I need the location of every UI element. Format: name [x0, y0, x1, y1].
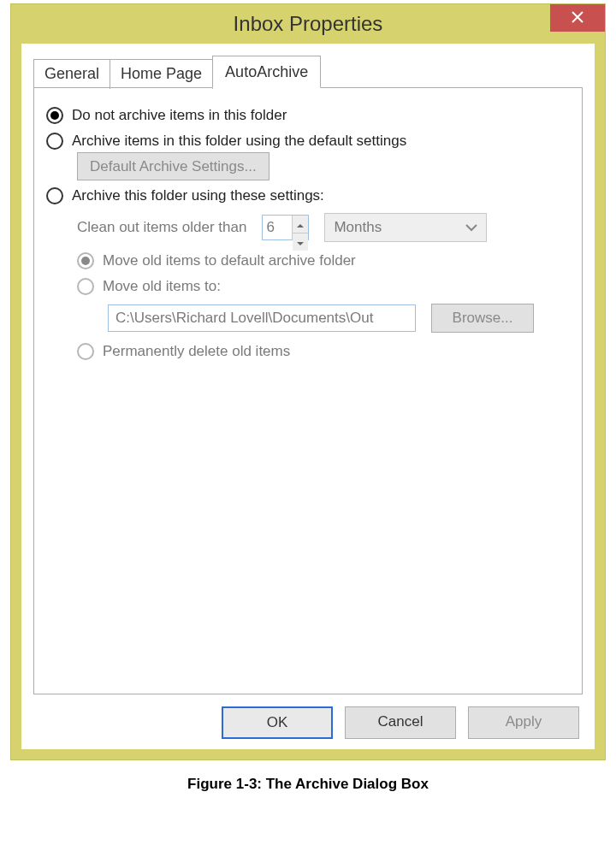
button-label: Apply	[506, 713, 542, 730]
option-label: Do not archive items in this folder	[72, 107, 287, 124]
option-label: Move old items to:	[103, 278, 221, 295]
ok-button[interactable]: OK	[222, 706, 333, 739]
dialog-window: Inbox Properties General Home Page AutoA…	[10, 3, 606, 760]
chevron-down-icon	[297, 233, 304, 251]
clean-out-label: Clean out items older than	[77, 219, 246, 236]
tab-label: Home Page	[121, 65, 202, 82]
option-label: Archive items in this folder using the d…	[72, 133, 406, 150]
chevron-up-icon	[297, 216, 304, 233]
tab-general[interactable]: General	[33, 59, 110, 89]
radio-icon	[77, 343, 94, 360]
dialog-body: General Home Page AutoArchive Do not arc…	[21, 44, 595, 749]
cancel-button[interactable]: Cancel	[345, 706, 456, 739]
select-value: Months	[334, 219, 382, 236]
archive-path-field-wrap	[108, 304, 416, 332]
apply-button[interactable]: Apply	[468, 706, 579, 739]
option-no-archive[interactable]: Do not archive items in this folder	[46, 107, 572, 124]
default-archive-settings-button[interactable]: Default Archive Settings...	[77, 152, 270, 180]
radio-icon	[77, 252, 94, 269]
tab-home-page[interactable]: Home Page	[110, 59, 213, 89]
tab-panel-autoarchive: Do not archive items in this folder Arch…	[33, 87, 583, 694]
chevron-down-icon	[465, 219, 477, 236]
option-permanently-delete[interactable]: Permanently delete old items	[77, 343, 572, 360]
dialog-footer: OK Cancel Apply	[33, 706, 583, 739]
option-custom-settings[interactable]: Archive this folder using these settings…	[46, 187, 572, 204]
button-label: Browse...	[453, 310, 513, 326]
option-label: Move old items to default archive folder	[103, 252, 356, 269]
radio-icon	[77, 278, 94, 295]
age-spinner[interactable]	[262, 215, 309, 240]
button-label: Default Archive Settings...	[90, 158, 257, 174]
age-unit-select[interactable]: Months	[324, 213, 487, 242]
tab-label: AutoArchive	[225, 63, 308, 80]
button-label: OK	[267, 714, 288, 730]
archive-path-row: Browse...	[108, 304, 572, 333]
button-label: Cancel	[378, 713, 424, 730]
close-icon	[571, 9, 584, 28]
option-move-default-folder[interactable]: Move old items to default archive folder	[77, 252, 572, 269]
browse-button[interactable]: Browse...	[431, 304, 534, 333]
option-label: Permanently delete old items	[103, 343, 290, 360]
option-default-settings[interactable]: Archive items in this folder using the d…	[46, 133, 572, 150]
dialog-title: Inbox Properties	[11, 12, 605, 36]
radio-icon	[46, 187, 63, 204]
spinner-down-button[interactable]	[293, 233, 308, 251]
figure-caption: Figure 1-3: The Archive Dialog Box	[0, 776, 616, 793]
spinner-up-button[interactable]	[293, 216, 308, 233]
title-bar: Inbox Properties	[11, 4, 605, 44]
age-value-input[interactable]	[263, 216, 292, 239]
clean-out-row: Clean out items older than Months	[77, 213, 572, 242]
tab-autoarchive[interactable]: AutoArchive	[212, 56, 321, 88]
radio-icon	[46, 107, 63, 124]
tab-label: General	[44, 65, 99, 82]
option-label: Archive this folder using these settings…	[72, 187, 324, 204]
close-button[interactable]	[550, 4, 605, 32]
radio-icon	[46, 133, 63, 150]
archive-path-input[interactable]	[114, 309, 410, 328]
option-move-to-path[interactable]: Move old items to:	[77, 278, 572, 295]
tab-strip: General Home Page AutoArchive	[33, 56, 583, 88]
